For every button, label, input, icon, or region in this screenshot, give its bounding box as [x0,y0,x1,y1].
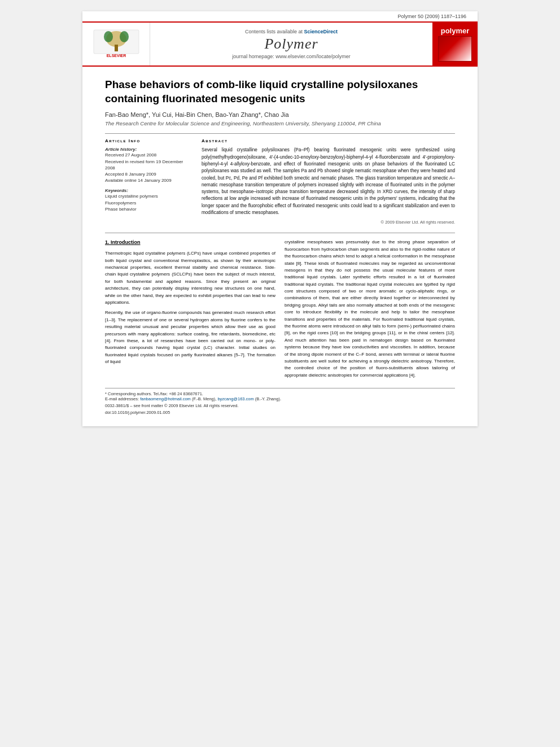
svg-rect-2 [115,45,118,51]
article-info-panel: Article Info Article history: Received 2… [105,138,193,225]
authors-line: Fan-Bao Meng*, Yui Cui, Hai-Bin Chen, Ba… [105,111,455,118]
journal-meta: Polymer 50 (2009) 1187–1196 [82,11,478,19]
keyword-3: Phase behavior [105,206,193,212]
intro-para-2: Recently, the use of organo-fluorine com… [105,309,275,365]
email-note: E-mail addresses: fanbaomeng@hotmail.com… [105,396,455,401]
abstract-heading: Abstract [202,138,455,143]
info-abstract-section: Article Info Article history: Received 2… [105,138,455,225]
svg-point-3 [104,31,113,42]
article-title: Phase behaviors of comb-like liquid crys… [105,78,455,106]
sciencedirect-line: Contents lists available at ScienceDirec… [245,29,338,34]
divider-1 [105,133,455,134]
online-date: Available online 14 January 2009 [105,177,193,184]
email2-link[interactable]: byzcang@163.com [217,396,253,401]
intro-heading: 1. Introduction [105,239,275,247]
journal-homepage: journal homepage: www.elsevier.com/locat… [232,54,351,59]
journal-header-banner: ELSEVIER Contents lists available at Sci… [82,21,478,67]
body-col-right: crystalline mesophases was presumably du… [285,239,455,382]
keywords-label: Keywords: [105,188,193,193]
corresponding-note: * Corresponding authors. Tel./fax: +86 2… [105,391,455,396]
accepted-date: Accepted 8 January 2009 [105,171,193,177]
abstract-text: Several liquid crystalline polysiloxanes… [202,147,455,216]
journal-name: Polymer [264,36,318,53]
divider-2 [105,233,455,233]
footnotes-section: * Corresponding authors. Tel./fax: +86 2… [105,388,455,415]
keyword-2: Fluoropolymers [105,200,193,206]
sciencedirect-link[interactable]: ScienceDirect [304,29,338,34]
svg-text:ELSEVIER: ELSEVIER [106,54,126,58]
email1-link[interactable]: fanbaomeng@hotmail.com [140,396,191,401]
polymer-logo-container: polymer [432,23,478,65]
journal-issue: Polymer 50 (2009) 1187–1196 [397,14,466,19]
intro-para-1: Thermotropic liquid crystalline polymers… [105,250,275,306]
body-columns: 1. Introduction Thermotropic liquid crys… [105,239,455,382]
elsevier-logo-container: ELSEVIER [82,23,150,65]
doi-line: doi:10.1016/j.polymer.2009.01.005 [105,410,455,415]
keyword-1: Liquid crystalline polymers [105,193,193,199]
body-col-left: 1. Introduction Thermotropic liquid crys… [105,239,275,382]
polymer-logo-image [438,36,472,62]
received-date: Received 27 August 2008 [105,152,193,158]
revised-date: Received in revised form 19 December 200… [105,159,193,171]
keywords-section: Keywords: Liquid crystalline polymers Fl… [105,188,193,212]
article-page: Polymer 50 (2009) 1187–1196 ELSEVIER Con… [82,11,478,426]
copyright-line: © 2009 Elsevier Ltd. All rights reserved… [202,220,455,225]
abstract-panel: Abstract Several liquid crystalline poly… [202,138,455,225]
svg-point-4 [120,31,129,42]
elsevier-tree-icon: ELSEVIER [91,29,142,60]
article-info-heading: Article Info [105,138,193,143]
history-label: Article history: [105,147,193,152]
right-para-1: crystalline mesophases was presumably du… [285,239,455,379]
article-body: Phase behaviors of comb-like liquid crys… [82,69,478,426]
journal-center-header: Contents lists available at ScienceDirec… [150,23,432,65]
affiliation: The Research Centre for Molecular Scienc… [105,120,455,126]
issn-line: 0032-3861/$ – see front matter © 2009 El… [105,403,455,408]
polymer-brand-text: polymer [441,27,470,35]
